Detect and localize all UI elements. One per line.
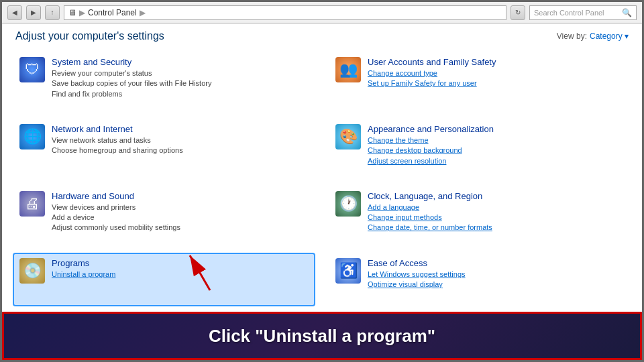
page-title: Adjust your computer's settings	[15, 30, 164, 42]
view-by-value[interactable]: Category ▾	[590, 32, 629, 41]
back-button[interactable]: ◀	[7, 5, 22, 20]
user-accounts-title[interactable]: User Accounts and Family Safety	[368, 57, 625, 67]
ease-of-access-icon: ♿	[335, 258, 361, 284]
input-methods-link[interactable]: Change input methods	[368, 213, 442, 221]
programs-title[interactable]: Programs	[52, 258, 309, 268]
address-path[interactable]: 🖥 ▶ Control Panel ▶	[64, 5, 506, 20]
network-text: Network and Internet View network status…	[52, 124, 309, 156]
screen-resolution-link[interactable]: Adjust screen resolution	[368, 157, 446, 165]
programs-desc: Uninstall a program	[52, 269, 309, 280]
programs-icon: 💿	[19, 258, 45, 284]
programs-text: Programs Uninstall a program	[52, 258, 309, 280]
view-by-control: View by: Category ▾	[557, 32, 629, 41]
add-language-link[interactable]: Add a language	[368, 203, 419, 211]
optimize-display-link[interactable]: Optimize visual display	[368, 280, 443, 288]
search-placeholder: Search Control Panel	[534, 9, 604, 17]
cp-item-user-accounts[interactable]: 👥 User Accounts and Family Safety Change…	[329, 52, 631, 116]
hardware-desc: View devices and printersAdd a deviceAdj…	[52, 202, 309, 233]
clock-desc: Add a language Change input methods Chan…	[368, 202, 625, 233]
cp-item-ease-of-access[interactable]: ♿ Ease of Access Let Windows suggest set…	[329, 253, 631, 306]
cp-grid: 🛡 System and Security Review your comput…	[2, 46, 642, 312]
address-bar: ◀ ▶ ↑ 🖥 ▶ Control Panel ▶ ↻ Search Contr…	[2, 2, 642, 23]
user-accounts-text: User Accounts and Family Safety Change a…	[368, 57, 625, 89]
search-box[interactable]: Search Control Panel 🔍	[529, 5, 637, 20]
ease-of-access-title[interactable]: Ease of Access	[368, 258, 625, 268]
screen-wrapper: ◀ ▶ ↑ 🖥 ▶ Control Panel ▶ ↻ Search Contr…	[0, 0, 644, 362]
user-accounts-desc: Change account type Set up Family Safety…	[368, 68, 625, 89]
system-security-text: System and Security Review your computer…	[52, 57, 309, 99]
content-header: Adjust your computer's settings View by:…	[2, 23, 642, 46]
banner-text: Click "Uninstall a program"	[209, 326, 435, 347]
view-by-label: View by:	[557, 32, 587, 41]
ease-of-access-desc: Let Windows suggest settings Optimize vi…	[368, 269, 625, 290]
appearance-text: Appearance and Personalization Change th…	[368, 124, 625, 166]
system-security-title[interactable]: System and Security	[52, 57, 309, 67]
up-button[interactable]: ↑	[45, 5, 60, 20]
hardware-title[interactable]: Hardware and Sound	[52, 191, 309, 201]
windows-suggest-link[interactable]: Let Windows suggest settings	[368, 270, 466, 278]
network-desc: View network status and tasksChoose home…	[52, 135, 309, 156]
control-panel-area: Adjust your computer's settings View by:…	[2, 23, 642, 312]
user-accounts-icon: 👥	[335, 57, 361, 82]
path-label: Control Panel	[88, 8, 137, 17]
network-icon: 🌐	[19, 124, 45, 149]
system-security-desc: Review your computer's statusSave backup…	[52, 68, 309, 99]
cp-item-programs[interactable]: 💿 Programs Uninstall a program	[13, 253, 315, 306]
datetime-link[interactable]: Change date, time, or number formats	[368, 223, 492, 231]
hardware-icon: 🖨	[19, 191, 45, 217]
change-theme-link[interactable]: Change the theme	[368, 136, 429, 144]
cp-item-clock[interactable]: 🕐 Clock, Language, and Region Add a lang…	[329, 186, 631, 250]
cp-item-appearance[interactable]: 🎨 Appearance and Personalization Change …	[329, 119, 631, 183]
path-icon: 🖥	[68, 8, 76, 17]
clock-text: Clock, Language, and Region Add a langua…	[368, 191, 625, 233]
system-security-icon: 🛡	[19, 57, 45, 82]
clock-title[interactable]: Clock, Language, and Region	[368, 191, 625, 201]
cp-item-hardware[interactable]: 🖨 Hardware and Sound View devices and pr…	[13, 186, 315, 250]
appearance-desc: Change the theme Change desktop backgrou…	[368, 135, 625, 166]
appearance-icon: 🎨	[335, 124, 361, 149]
bottom-banner: Click "Uninstall a program"	[2, 312, 642, 360]
uninstall-program-link[interactable]: Uninstall a program	[52, 270, 115, 278]
family-safety-link[interactable]: Set up Family Safety for any user	[368, 79, 477, 87]
hardware-text: Hardware and Sound View devices and prin…	[52, 191, 309, 233]
change-account-type-link[interactable]: Change account type	[368, 69, 437, 77]
refresh-button[interactable]: ↻	[511, 5, 525, 20]
network-title[interactable]: Network and Internet	[52, 124, 309, 134]
desktop-bg-link[interactable]: Change desktop background	[368, 146, 462, 154]
cp-item-network[interactable]: 🌐 Network and Internet View network stat…	[13, 119, 315, 183]
forward-button[interactable]: ▶	[26, 5, 41, 20]
cp-item-system-security[interactable]: 🛡 System and Security Review your comput…	[13, 52, 315, 116]
search-icon: 🔍	[622, 8, 632, 17]
appearance-title[interactable]: Appearance and Personalization	[368, 124, 625, 134]
ease-of-access-text: Ease of Access Let Windows suggest setti…	[368, 258, 625, 290]
clock-icon: 🕐	[335, 191, 361, 217]
